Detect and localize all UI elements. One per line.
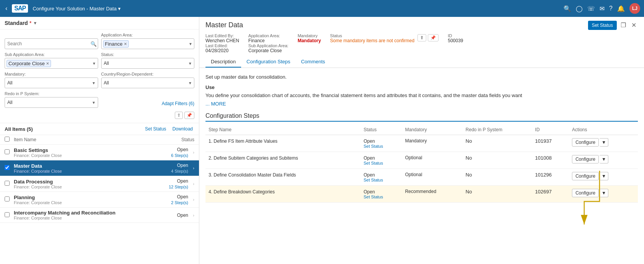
country-select-wrap: All ▼: [101, 78, 195, 88]
filter-row-3: Mandatory: All ▼ Country/Region-Dependen…: [5, 72, 194, 88]
configure-button[interactable]: Configure: [572, 138, 599, 147]
item-steps: 12 Step(s): [169, 185, 188, 189]
configure-button[interactable]: Configure: [572, 189, 599, 197]
configure-button-arrow[interactable]: ▼: [600, 138, 608, 147]
step-mandatory-cell: Mandatory: [402, 135, 463, 152]
standard-chevron[interactable]: ▼: [33, 21, 37, 25]
filter-group-search: 🔍: [5, 38, 98, 49]
meta-app-area: Application Area: Finance Sub Applicatio…: [248, 33, 289, 53]
list-item[interactable]: Master Data Finance: Corporate Close Ope…: [0, 160, 199, 176]
list-item[interactable]: Data Processing Finance: Corporate Close…: [0, 176, 199, 192]
configure-button[interactable]: Configure: [572, 155, 599, 163]
step-status: Open: [363, 189, 375, 195]
meta-mandatory: Mandatory Mandatory: [297, 33, 321, 53]
topbar-icons: 🔍 ◯ ☏ ✉ ? 🔔 LJ: [564, 3, 640, 14]
app-area-chip: Finance ✕: [103, 40, 129, 48]
configure-button-arrow[interactable]: ▼: [600, 189, 608, 197]
select-all-checkbox[interactable]: [5, 137, 10, 142]
step-redo-cell: No: [463, 135, 532, 152]
set-status-button[interactable]: Set Status: [143, 125, 168, 132]
col-actions: Actions: [569, 125, 638, 135]
detail-set-status-button[interactable]: Set Status: [588, 21, 617, 30]
col-name-header: Item Name: [14, 137, 164, 142]
adapt-filters-link[interactable]: Adapt Filters (6): [162, 99, 194, 108]
redo-select-wrap: All ▼: [5, 97, 98, 108]
list-item[interactable]: Basic Settings Finance: Corporate Close …: [0, 145, 199, 160]
step-set-status-link[interactable]: Set Status: [363, 195, 399, 199]
sub-app-area-input[interactable]: Corporate Close ✕ ▼: [5, 58, 98, 69]
collapse-up-button[interactable]: ⇧: [175, 112, 183, 119]
app-area-label: Application Area:: [101, 33, 195, 37]
step-status-cell: Open Set Status: [360, 152, 402, 168]
more-link[interactable]: ... MORE: [205, 101, 226, 107]
mandatory-select[interactable]: All: [5, 78, 98, 88]
col-redo-in-p-system: Redo in P System: [463, 125, 532, 135]
step-status-cell: Open Set Status: [360, 135, 402, 152]
status-label: Status:: [101, 52, 195, 57]
configure-button[interactable]: Configure: [572, 172, 599, 180]
col-status-header: Status: [164, 137, 194, 142]
item-name: Intercompany Matching and Reconciliation: [14, 210, 177, 216]
status-select[interactable]: All: [101, 58, 195, 69]
help-icon-btn[interactable]: ?: [609, 5, 613, 12]
item-checkbox[interactable]: [5, 212, 10, 217]
item-checkbox[interactable]: [5, 181, 10, 186]
search-input[interactable]: [5, 38, 98, 49]
redo-select[interactable]: All: [5, 97, 98, 108]
desc-body: You define your consolidation chart of a…: [205, 92, 638, 99]
step-redo-cell: No: [463, 185, 532, 202]
message-icon-btn[interactable]: ✉: [600, 5, 605, 12]
back-button[interactable]: ‹: [4, 3, 9, 13]
meta-up-button[interactable]: ⇧: [417, 34, 426, 41]
search-icon-btn[interactable]: 🔍: [564, 5, 571, 12]
download-button[interactable]: Download: [171, 125, 194, 132]
configure-btn-wrap: Configure▼: [572, 138, 635, 147]
steps-table: Step NameStatusMandatoryRedo in P System…: [205, 125, 638, 203]
step-set-status-link[interactable]: Set Status: [363, 144, 399, 148]
main-layout: Standard * ▼ 🔍 Application Area: Fi: [0, 17, 644, 264]
step-redo-cell: No: [463, 152, 532, 168]
step-id-cell: 101296: [532, 168, 569, 185]
tab-description[interactable]: Description: [205, 56, 241, 68]
configure-button-arrow[interactable]: ▼: [600, 155, 608, 163]
step-row: 2. Define Subitem Categories and Subitem…: [205, 152, 638, 168]
status-select-wrap: All ▼: [101, 58, 195, 69]
sub-app-area-dropdown-arrow[interactable]: ▼: [92, 61, 96, 66]
item-checkbox[interactable]: [5, 165, 10, 170]
step-redo-cell: No: [463, 168, 532, 185]
sub-app-area-chip-remove[interactable]: ✕: [46, 61, 49, 66]
step-status: Open: [363, 155, 375, 161]
tab-comments[interactable]: Comments: [296, 56, 330, 68]
step-id-cell: 101008: [532, 152, 569, 168]
filter-group-redo: Redo in P System: All ▼: [5, 91, 98, 108]
home-icon-btn[interactable]: ◯: [576, 5, 583, 12]
item-steps: 4 Step(s): [171, 169, 188, 173]
country-select[interactable]: All: [101, 78, 195, 88]
expand-icon-btn[interactable]: ❐: [619, 20, 628, 30]
list-item[interactable]: Intercompany Matching and Reconciliation…: [0, 208, 199, 223]
configure-btn-wrap: Configure▼: [572, 155, 635, 163]
step-set-status-link[interactable]: Set Status: [363, 178, 399, 182]
avatar[interactable]: LJ: [629, 3, 640, 14]
item-checkbox[interactable]: [5, 196, 10, 201]
configure-button-arrow[interactable]: ▼: [600, 172, 608, 180]
step-row: 4. Define Breakdown Categories Open Set …: [205, 185, 638, 202]
app-area-input[interactable]: Finance ✕ ▼: [101, 38, 195, 49]
step-set-status-link[interactable]: Set Status: [363, 161, 399, 165]
topbar-title: Configure Your Solution - Master Data ▾: [33, 5, 560, 12]
collapse-row: ⇧ 📌: [5, 111, 194, 120]
detail-header: Master Data Set Status ❐ ✕ Last Edited B…: [199, 17, 644, 68]
list-item[interactable]: Planning Finance: Corporate Close Open 2…: [0, 192, 199, 208]
notification-icon-btn[interactable]: 🔔: [617, 5, 625, 12]
meta-pin-button[interactable]: 📌: [428, 34, 439, 41]
tab-configuration-steps[interactable]: Configuration Steps: [241, 56, 296, 68]
col-step-name: Step Name: [205, 125, 360, 135]
app-area-chip-remove[interactable]: ✕: [124, 42, 127, 46]
close-icon-btn[interactable]: ✕: [630, 20, 638, 30]
search-icon[interactable]: 🔍: [90, 41, 97, 47]
detail-title-row: Master Data Set Status ❐ ✕: [205, 20, 638, 30]
item-checkbox[interactable]: [5, 149, 10, 154]
phone-icon-btn[interactable]: ☏: [587, 5, 595, 12]
app-area-dropdown-arrow[interactable]: ▼: [189, 42, 192, 46]
pin-button[interactable]: 📌: [184, 112, 194, 119]
